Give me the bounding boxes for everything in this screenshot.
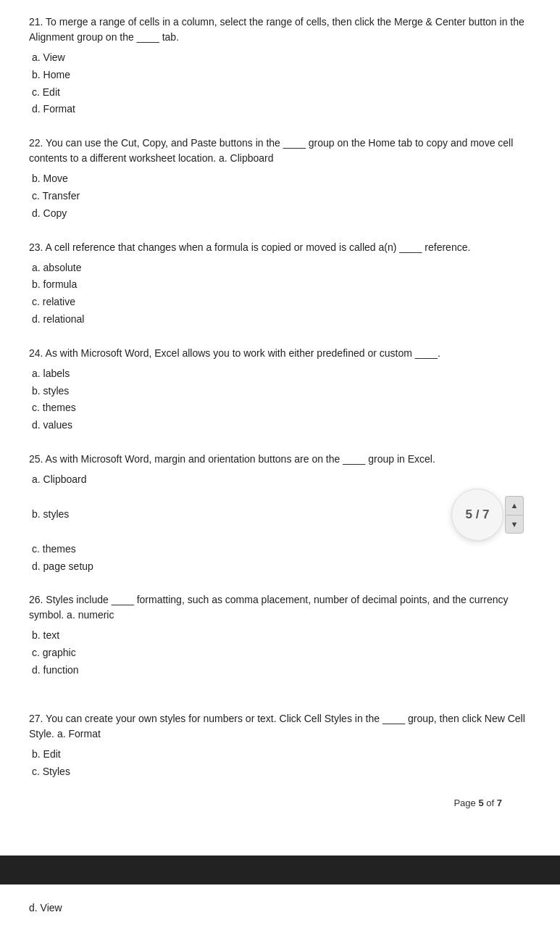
- question-26: 26. Styles include ____ formatting, such…: [29, 592, 531, 679]
- q23-option-b: b. formula: [29, 276, 531, 294]
- q22-option-d: d. Copy: [29, 205, 531, 223]
- q21-option-c: c. Edit: [29, 84, 531, 102]
- question-24-text: 24. As with Microsoft Word, Excel allows…: [29, 346, 531, 361]
- q24-option-b: b. styles: [29, 383, 531, 400]
- question-27: 27. You can create your own styles for n…: [29, 711, 531, 781]
- q27-option-c: c. Styles: [29, 763, 531, 781]
- page-footer-text: Page 5 of 7: [454, 798, 502, 808]
- q24-option-a: a. labels: [29, 365, 531, 383]
- pagination-display: 5 / 7: [465, 508, 489, 522]
- q21-option-d: d. Format: [29, 101, 531, 118]
- q21-option-a: a. View: [29, 49, 531, 67]
- question-21-text: 21. To merge a range of cells in a colum…: [29, 14, 531, 45]
- q26-text: Styles include ____ formatting, such as …: [29, 594, 508, 621]
- q26-option-c: c. graphic: [29, 645, 531, 662]
- pagination-nav[interactable]: ▲ ▼: [505, 496, 524, 534]
- question-21: 21. To merge a range of cells in a colum…: [29, 14, 531, 118]
- up-arrow-icon: ▲: [511, 501, 519, 510]
- q24-number: 24.: [29, 347, 43, 359]
- q24-text: As with Microsoft Word, Excel allows you…: [46, 347, 440, 359]
- page-indicator: 5 / 7: [451, 489, 503, 541]
- page-content: 21. To merge a range of cells in a colum…: [0, 0, 560, 830]
- q25-option-c: c. themes: [29, 541, 531, 558]
- page-footer: Page 5 of 7: [29, 798, 531, 816]
- next-page-button[interactable]: ▼: [505, 515, 524, 534]
- q25-number: 25.: [29, 453, 43, 465]
- q21-number: 21.: [29, 16, 43, 28]
- q22-number: 22.: [29, 137, 43, 149]
- prev-page-button[interactable]: ▲: [505, 496, 524, 515]
- footer-bar: [0, 856, 560, 884]
- question-22-text: 22. You can use the Cut, Copy, and Paste…: [29, 136, 531, 166]
- question-23-text: 23. A cell reference that changes when a…: [29, 240, 531, 255]
- q22-text: You can use the Cut, Copy, and Paste but…: [29, 137, 513, 164]
- bottom-answer-text: View: [41, 902, 62, 914]
- q25-option-d: d. page setup: [29, 558, 531, 576]
- question-22: 22. You can use the Cut, Copy, and Paste…: [29, 136, 531, 222]
- question-23: 23. A cell reference that changes when a…: [29, 240, 531, 328]
- q23-text: A cell reference that changes when a for…: [46, 241, 471, 253]
- question-25-text: 25. As with Microsoft Word, margin and o…: [29, 452, 531, 467]
- q23-option-d: d. relational: [29, 311, 531, 328]
- q27-option-b: b. Edit: [29, 746, 531, 763]
- bottom-answer-area: d. View: [0, 895, 91, 921]
- q22-option-b: b. Move: [29, 170, 531, 188]
- q23-option-c: c. relative: [29, 294, 531, 311]
- q27-number: 27.: [29, 713, 43, 724]
- q21-option-b: b. Home: [29, 67, 531, 84]
- q27-text: You can create your own styles for numbe…: [29, 713, 525, 740]
- bottom-answer-label: d.: [29, 902, 38, 914]
- q26-number: 26.: [29, 594, 43, 605]
- question-25: 25. As with Microsoft Word, margin and o…: [29, 452, 531, 575]
- q25-option-a: a. Clipboard: [29, 471, 531, 489]
- down-arrow-icon: ▼: [511, 520, 519, 529]
- q24-option-c: c. themes: [29, 399, 531, 417]
- q26-option-b: b. text: [29, 627, 531, 645]
- question-24: 24. As with Microsoft Word, Excel allows…: [29, 346, 531, 434]
- q24-option-d: d. values: [29, 417, 531, 434]
- question-27-text: 27. You can create your own styles for n…: [29, 711, 531, 742]
- q25-text: As with Microsoft Word, margin and orien…: [46, 453, 435, 465]
- q21-text: To merge a range of cells in a column, s…: [29, 16, 525, 43]
- q25-option-b: b. styles: [29, 506, 69, 523]
- q22-option-c: c. Transfer: [29, 188, 531, 205]
- q23-number: 23.: [29, 241, 43, 253]
- q26-option-d: d. function: [29, 662, 531, 679]
- q23-option-a: a. absolute: [29, 260, 531, 277]
- question-26-text: 26. Styles include ____ formatting, such…: [29, 592, 531, 623]
